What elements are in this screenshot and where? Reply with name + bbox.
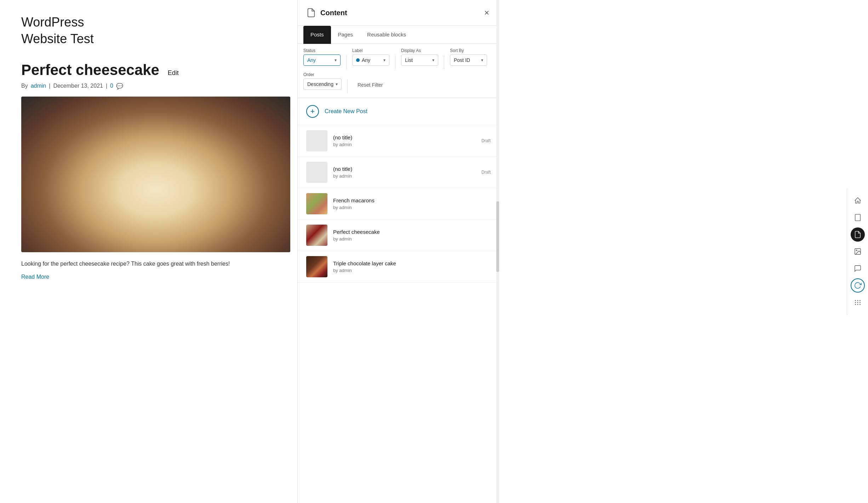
status-chevron-icon: ▾ bbox=[335, 58, 337, 63]
post-item-author-2: by admin bbox=[333, 205, 485, 210]
status-label: Status bbox=[303, 48, 341, 53]
sort-by-label: Sort By bbox=[450, 48, 487, 53]
post-item-author-3: by admin bbox=[333, 236, 485, 242]
order-value: Descending bbox=[307, 81, 333, 87]
post-info-3: Perfect cheesecake by admin bbox=[333, 229, 485, 242]
label-filter: Label Any ▾ bbox=[352, 48, 389, 66]
panel-header: Content × bbox=[298, 0, 499, 26]
create-plus-icon: + bbox=[306, 105, 319, 118]
label-chevron-icon: ▾ bbox=[383, 58, 386, 63]
display-as-label: Display As bbox=[401, 48, 438, 53]
post-image-inner bbox=[21, 97, 290, 252]
list-item[interactable]: (no title) by admin Draft bbox=[298, 157, 499, 188]
image-icon-button[interactable] bbox=[851, 244, 865, 259]
post-title: Perfect cheesecake Edit bbox=[21, 62, 276, 79]
post-info-1: (no title) by admin bbox=[333, 166, 476, 179]
scrollbar-thumb bbox=[496, 201, 499, 272]
site-title: WordPress Website Test bbox=[21, 14, 276, 47]
content-panel: Content × Posts Pages Reusable blocks St… bbox=[297, 0, 499, 503]
tab-posts[interactable]: Posts bbox=[303, 26, 331, 44]
svg-point-10 bbox=[857, 304, 858, 305]
comment-icon-button[interactable] bbox=[851, 261, 865, 276]
post-item-author-1: by admin bbox=[333, 173, 476, 179]
read-more-link[interactable]: Read More bbox=[21, 274, 49, 280]
panel-title: Content bbox=[320, 9, 347, 17]
svg-point-9 bbox=[855, 304, 856, 305]
label-value: Any bbox=[362, 57, 370, 63]
reset-filter-button[interactable]: Reset Filter bbox=[353, 79, 387, 91]
filter-divider-3 bbox=[444, 55, 444, 69]
filter-divider-4 bbox=[347, 79, 348, 93]
post-status-1: Draft bbox=[481, 170, 491, 175]
display-as-select[interactable]: List ▾ bbox=[401, 54, 438, 66]
post-thumbnail-2 bbox=[306, 193, 327, 214]
display-as-filter: Display As List ▾ bbox=[401, 48, 438, 66]
sort-by-chevron-icon: ▾ bbox=[481, 58, 483, 63]
panel-tabs: Posts Pages Reusable blocks bbox=[298, 26, 499, 44]
display-as-value: List bbox=[405, 57, 413, 63]
svg-point-6 bbox=[855, 300, 856, 301]
sidebar-icon-strip bbox=[847, 188, 868, 315]
grid-icon-button[interactable] bbox=[851, 295, 865, 310]
post-excerpt: Looking for the perfect cheesecake recip… bbox=[21, 259, 276, 268]
label-label: Label bbox=[352, 48, 389, 53]
order-select[interactable]: Descending ▾ bbox=[303, 79, 342, 90]
main-content: WordPress Website Test Perfect cheesecak… bbox=[0, 0, 297, 503]
svg-point-7 bbox=[857, 300, 858, 301]
order-label: Order bbox=[303, 72, 342, 77]
post-item-title-0: (no title) bbox=[333, 134, 476, 140]
post-info-4: Triple chocolate layer cake by admin bbox=[333, 260, 485, 273]
post-thumbnail-1 bbox=[306, 162, 327, 183]
list-item[interactable]: Perfect cheesecake by admin bbox=[298, 220, 499, 251]
svg-point-4 bbox=[857, 302, 858, 303]
reset-filter-group: Reset Filter bbox=[353, 79, 387, 91]
status-filter: Status Any ▾ bbox=[303, 48, 341, 66]
create-new-label: Create New Post bbox=[325, 108, 367, 115]
post-meta: By admin | December 13, 2021 | 0 💬 bbox=[21, 83, 276, 89]
post-item-title-3: Perfect cheesecake bbox=[333, 229, 485, 235]
order-chevron-icon: ▾ bbox=[336, 82, 338, 87]
filters-top-row: Status Any ▾ Label Any ▾ bbox=[303, 48, 493, 69]
post-date: December 13, 2021 bbox=[53, 83, 103, 89]
post-info-2: French macarons by admin bbox=[333, 197, 485, 210]
post-item-author-0: by admin bbox=[333, 142, 476, 147]
post-thumbnail-4 bbox=[306, 256, 327, 277]
post-thumbnail-0 bbox=[306, 130, 327, 151]
status-select[interactable]: Any ▾ bbox=[303, 54, 341, 66]
sort-by-value: Post ID bbox=[454, 57, 470, 63]
post-title-text: Perfect cheesecake bbox=[21, 62, 159, 78]
sort-by-select[interactable]: Post ID ▾ bbox=[450, 54, 487, 66]
bookmark-icon-button[interactable] bbox=[851, 210, 865, 225]
author-link[interactable]: admin bbox=[31, 83, 46, 89]
post-item-title-4: Triple chocolate layer cake bbox=[333, 260, 485, 266]
svg-point-3 bbox=[855, 302, 856, 303]
order-filter: Order Descending ▾ bbox=[303, 72, 342, 90]
label-dot-icon bbox=[356, 58, 360, 62]
list-item[interactable]: Triple chocolate layer cake by admin bbox=[298, 251, 499, 283]
post-item-author-4: by admin bbox=[333, 268, 485, 273]
document-icon-button[interactable] bbox=[851, 227, 865, 242]
post-thumbnail-3 bbox=[306, 225, 327, 246]
scrollbar[interactable] bbox=[496, 0, 499, 503]
svg-point-11 bbox=[860, 304, 861, 305]
create-new-post[interactable]: + Create New Post bbox=[298, 98, 499, 125]
svg-point-5 bbox=[860, 302, 861, 303]
home-icon-button[interactable] bbox=[851, 193, 865, 208]
post-item-title-1: (no title) bbox=[333, 166, 476, 172]
list-item[interactable]: (no title) by admin Draft bbox=[298, 125, 499, 157]
display-as-chevron-icon: ▾ bbox=[432, 58, 434, 63]
tab-pages[interactable]: Pages bbox=[331, 26, 360, 44]
post-featured-image bbox=[21, 97, 290, 252]
list-item[interactable]: French macarons by admin bbox=[298, 188, 499, 220]
filters-container: Status Any ▾ Label Any ▾ bbox=[298, 44, 499, 98]
tab-reusable-blocks[interactable]: Reusable blocks bbox=[360, 26, 413, 44]
refresh-icon-button[interactable] bbox=[851, 278, 865, 293]
edit-link[interactable]: Edit bbox=[168, 69, 179, 76]
svg-point-2 bbox=[856, 250, 857, 251]
label-select[interactable]: Any ▾ bbox=[352, 54, 389, 66]
svg-point-8 bbox=[860, 300, 861, 301]
comment-link[interactable]: 0 bbox=[110, 83, 113, 89]
close-button[interactable]: × bbox=[483, 7, 491, 18]
post-status-0: Draft bbox=[481, 138, 491, 143]
post-info-0: (no title) by admin bbox=[333, 134, 476, 147]
